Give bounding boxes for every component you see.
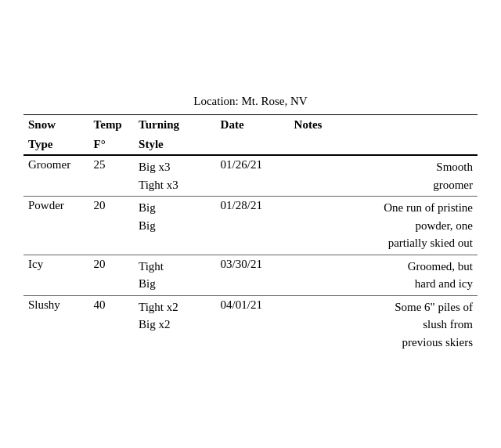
col-header-turning: Turning xyxy=(134,115,216,135)
cell-turning: Tight x2Big x2 xyxy=(134,295,216,353)
col-header-date: Date xyxy=(216,115,290,135)
header-row-2: Type F° Style xyxy=(23,135,478,155)
cell-notes: Smoothgroomer xyxy=(290,155,478,197)
cell-snow-type: Slushy xyxy=(23,295,89,353)
cell-date: 01/26/21 xyxy=(216,155,290,197)
table-wrapper: Location: Mt. Rose, NV Snow Temp Turning… xyxy=(23,95,478,353)
cell-turning: BigBig xyxy=(134,197,216,255)
cell-temp: 20 xyxy=(89,255,134,295)
cell-temp: 40 xyxy=(89,295,134,353)
table-row: Powder20BigBig01/28/21One run of pristin… xyxy=(23,197,478,255)
cell-date: 01/28/21 xyxy=(216,197,290,255)
col-header-temp: Temp xyxy=(89,115,134,135)
col-header-snow: Snow xyxy=(23,115,89,135)
cell-snow-type: Icy xyxy=(23,255,89,295)
col-header-notes-empty xyxy=(290,135,478,155)
ski-data-table: Snow Temp Turning Date Notes Type xyxy=(23,115,478,353)
cell-temp: 25 xyxy=(89,155,134,197)
cell-notes: One run of pristinepowder, onepartially … xyxy=(290,197,478,255)
cell-date: 03/30/21 xyxy=(216,255,290,295)
cell-turning: TightBig xyxy=(134,255,216,295)
col-header-snow-type: Type xyxy=(23,135,89,155)
cell-date: 04/01/21 xyxy=(216,295,290,353)
col-header-turning-style: Style xyxy=(134,135,216,155)
table-row: Icy20TightBig03/30/21Groomed, buthard an… xyxy=(23,255,478,295)
cell-turning: Big x3Tight x3 xyxy=(134,155,216,197)
table-row: Slushy40Tight x2Big x204/01/21Some 6" pi… xyxy=(23,295,478,353)
location-text: Location: Mt. Rose, NV xyxy=(193,95,307,107)
location-header: Location: Mt. Rose, NV xyxy=(23,95,478,115)
cell-snow-type: Powder xyxy=(23,197,89,255)
header-row-1: Snow Temp Turning Date Notes xyxy=(23,115,478,135)
cell-snow-type: Groomer xyxy=(23,155,89,197)
col-header-date-empty xyxy=(216,135,290,155)
cell-notes: Some 6" piles ofslush fromprevious skier… xyxy=(290,295,478,353)
cell-notes: Groomed, buthard and icy xyxy=(290,255,478,295)
cell-temp: 20 xyxy=(89,197,134,255)
table-row: Groomer25Big x3Tight x301/26/21Smoothgro… xyxy=(23,155,478,197)
col-header-notes: Notes xyxy=(290,115,478,135)
col-header-temp-unit: F° xyxy=(89,135,134,155)
